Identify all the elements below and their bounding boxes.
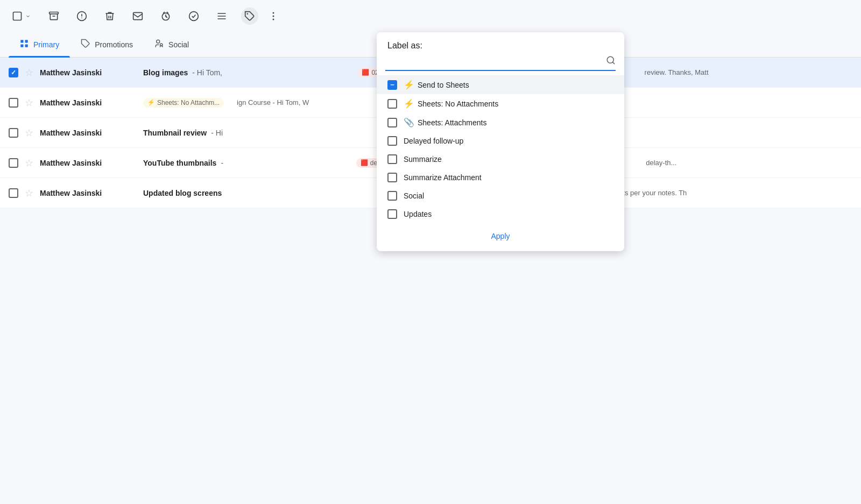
svg-point-9 (273, 19, 274, 20)
apply-button[interactable]: Apply (478, 228, 523, 245)
label-item-summarize-attachment[interactable]: Summarize Attachment (377, 168, 624, 187)
label-dropdown: Label as: ⚡ Send to Sheets ⚡ Sheets: No … (377, 32, 624, 251)
search-icon (606, 55, 616, 68)
tab-primary[interactable]: Primary (9, 32, 70, 57)
email-preview: - Hi (211, 129, 223, 137)
move-to-button[interactable] (213, 8, 230, 25)
email-snippet-2: delay-th... (646, 159, 852, 167)
email-tags: ⚡ Sheets: No Attachm... (143, 98, 224, 108)
email-subject: YouTube thumbnails (143, 159, 216, 167)
social-tab-icon (154, 39, 164, 51)
email-tag: ⚡ Sheets: No Attachm... (143, 98, 224, 108)
report-spam-button[interactable] (73, 8, 90, 25)
email-preview: - (221, 159, 223, 167)
email-content: YouTube thumbnails - (143, 159, 350, 167)
label-item-summarize[interactable]: Summarize (377, 150, 624, 168)
label-item-send-to-sheets[interactable]: ⚡ Send to Sheets (377, 75, 624, 94)
label-checkbox[interactable] (387, 191, 397, 201)
tab-social[interactable]: Social (144, 32, 200, 57)
email-snippet-2: review. Thanks, Matt (645, 68, 852, 76)
svg-point-5 (189, 12, 199, 21)
label-search-input[interactable] (385, 55, 606, 68)
promotions-tab-icon (81, 39, 90, 51)
bolt-icon: ⚡ (404, 80, 414, 90)
email-content: Blog images - Hi Tom, (143, 68, 351, 77)
label-item-sheets-attachments[interactable]: 📎 Sheets: Attachments (377, 113, 624, 132)
mark-done-button[interactable] (185, 8, 202, 25)
primary-tab-icon (19, 39, 29, 51)
svg-rect-10 (20, 40, 23, 42)
toolbar (0, 0, 861, 32)
svg-rect-0 (13, 12, 22, 20)
email-content: Updated blog screens (143, 189, 380, 197)
tab-promotions-label: Promotions (95, 40, 133, 49)
label-checkbox[interactable] (387, 118, 397, 127)
email-subject: Thumbnail review (143, 129, 207, 137)
label-item-label: Sheets: No Attachments (418, 100, 498, 108)
email-sender: Matthew Jasinski (40, 159, 137, 167)
email-subject: Blog images (143, 68, 188, 77)
label-checkbox[interactable] (387, 173, 397, 182)
bolt-icon: ⚡ (147, 99, 155, 106)
email-sender: Matthew Jasinski (40, 189, 137, 197)
label-item-delayed-follow-up[interactable]: Delayed follow-up (377, 132, 624, 150)
star-icon[interactable]: ☆ (25, 67, 33, 79)
label-item-label: Send to Sheets (418, 81, 469, 89)
email-sender: Matthew Jasinski (40, 129, 137, 137)
email-sender: Matthew Jasinski (40, 98, 137, 107)
star-icon[interactable]: ☆ (25, 127, 33, 139)
label-search-row (385, 55, 616, 71)
label-checkbox[interactable] (387, 80, 397, 90)
label-checkbox[interactable] (387, 154, 397, 164)
email-checkbox[interactable] (9, 128, 18, 138)
label-icon-text: 📎 Sheets: Attachments (404, 117, 486, 127)
label-item-label: Updates (404, 210, 432, 218)
label-checkbox[interactable] (387, 99, 397, 109)
label-checkbox[interactable] (387, 209, 397, 219)
tag-label: Sheets: No Attachm... (157, 99, 220, 107)
label-item-label: Summarize Attachment (404, 173, 482, 182)
svg-rect-11 (25, 40, 28, 42)
paperclip-icon: 📎 (404, 117, 414, 127)
label-item-sheets-no-attachments[interactable]: ⚡ Sheets: No Attachments (377, 94, 624, 113)
label-dropdown-title: Label as: (377, 32, 624, 55)
star-icon[interactable]: ☆ (25, 97, 33, 109)
label-icon-text: ⚡ Sheets: No Attachments (404, 98, 498, 109)
label-button[interactable] (241, 8, 258, 25)
snooze-button[interactable] (157, 8, 174, 25)
bolt-icon: ⚡ (404, 98, 414, 109)
label-item-social[interactable]: Social (377, 187, 624, 205)
svg-point-7 (273, 12, 274, 14)
archive-button[interactable] (45, 8, 62, 25)
email-checkbox[interactable] (9, 68, 18, 77)
label-item-updates[interactable]: Updates (377, 205, 624, 223)
svg-point-6 (247, 13, 249, 15)
mark-unread-button[interactable] (129, 8, 146, 25)
tab-primary-label: Primary (33, 40, 59, 49)
email-snippet: hots per your notes. Th (615, 189, 852, 197)
svg-point-8 (273, 16, 274, 17)
label-icon-text: ⚡ Send to Sheets (404, 80, 469, 90)
tag-icon: 🟥 (361, 159, 368, 166)
more-button[interactable] (269, 8, 278, 25)
label-item-label: Sheets: Attachments (418, 118, 486, 127)
svg-point-14 (157, 40, 160, 43)
svg-rect-13 (25, 45, 28, 47)
svg-rect-3 (133, 12, 143, 19)
delete-button[interactable] (101, 8, 118, 25)
svg-rect-12 (20, 45, 23, 47)
label-item-label: Social (404, 191, 424, 200)
email-preview: - Hi Tom, (192, 68, 222, 77)
star-icon[interactable]: ☆ (25, 157, 33, 169)
tag-icon: 🟥 (362, 69, 369, 76)
label-checkbox[interactable] (387, 136, 397, 146)
star-icon[interactable]: ☆ (25, 187, 33, 199)
select-all-button[interactable] (9, 8, 34, 25)
email-checkbox[interactable] (9, 158, 18, 168)
email-checkbox[interactable] (9, 98, 18, 108)
label-item-label: Summarize (404, 155, 442, 164)
tab-promotions[interactable]: Promotions (70, 32, 144, 57)
email-sender: Matthew Jasinski (40, 68, 137, 77)
svg-rect-1 (50, 12, 59, 14)
email-checkbox[interactable] (9, 188, 18, 198)
